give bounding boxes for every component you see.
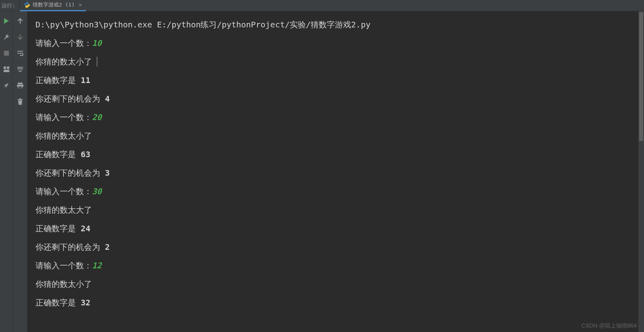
- svg-rect-1: [4, 66, 6, 69]
- console-line: 你猜的数太小了: [36, 127, 644, 145]
- console-line: 请输入一个数：20: [36, 108, 644, 127]
- trash-icon[interactable]: [16, 98, 24, 106]
- action-toolbar: [0, 11, 13, 332]
- console-line: 正确数字是 32: [36, 293, 644, 312]
- layout-icon[interactable]: [2, 65, 10, 73]
- console-output[interactable]: D:\py\Python3\python.exe E:/python练习/pyt…: [27, 11, 644, 332]
- stop-icon[interactable]: [2, 49, 10, 57]
- console-line: 请输入一个数：30: [36, 182, 644, 201]
- svg-rect-0: [4, 51, 9, 56]
- console-command-line: D:\py\Python3\python.exe E:/python练习/pyt…: [36, 15, 644, 34]
- console-line: 你猜的数太大了: [36, 201, 644, 219]
- top-bar: 运行: 猜数字游戏2 (1) ×: [0, 0, 644, 11]
- console-line: 正确数字是 63: [36, 145, 644, 164]
- svg-rect-3: [4, 70, 9, 72]
- run-tab[interactable]: 猜数字游戏2 (1) ×: [20, 0, 86, 11]
- console-line: 正确数字是 11: [36, 71, 644, 89]
- console-line: 你还剩下的机会为 4: [36, 89, 644, 108]
- console-line: 你猜的数太小了: [36, 52, 644, 71]
- svg-rect-2: [7, 66, 9, 69]
- console-line: 你还剩下的机会为 3: [36, 164, 644, 182]
- vertical-scrollbar[interactable]: [638, 11, 644, 332]
- console-line: 正确数字是 24: [36, 219, 644, 238]
- console-line: 请输入一个数：10: [36, 34, 644, 52]
- svg-rect-4: [18, 83, 23, 84]
- console-line: 你猜的数太小了: [36, 275, 644, 293]
- console-line: 你还剩下的机会为 2: [36, 238, 644, 256]
- svg-rect-8: [19, 98, 21, 99]
- arrow-up-icon[interactable]: [16, 17, 24, 25]
- arrow-down-icon[interactable]: [16, 33, 24, 41]
- watermark: CSDN @陌上烟雨864: [581, 322, 637, 330]
- svg-rect-7: [18, 99, 23, 100]
- python-icon: [24, 2, 30, 8]
- scrollbar-thumb[interactable]: [639, 12, 643, 141]
- console-line: 请输入一个数：12: [36, 256, 644, 275]
- wrench-icon[interactable]: [2, 33, 10, 41]
- pin-icon[interactable]: [2, 81, 10, 89]
- svg-rect-6: [18, 86, 22, 88]
- nav-toolbar: [13, 11, 27, 332]
- run-label: 运行:: [0, 0, 20, 11]
- soft-wrap-icon[interactable]: [16, 49, 24, 57]
- scroll-to-end-icon[interactable]: [16, 65, 24, 73]
- tab-title: 猜数字游戏2 (1): [33, 1, 75, 8]
- print-icon[interactable]: [16, 81, 24, 89]
- close-icon[interactable]: ×: [79, 2, 82, 8]
- run-icon[interactable]: [2, 17, 10, 25]
